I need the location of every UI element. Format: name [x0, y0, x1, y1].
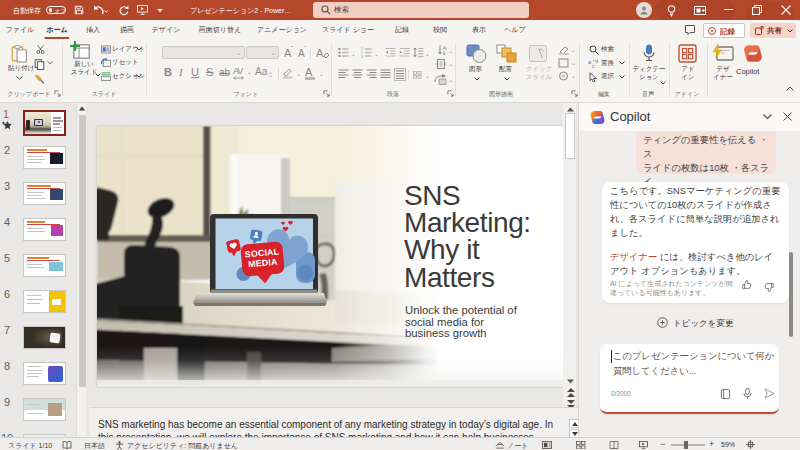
svg-text:3: 3 [361, 55, 363, 58]
svg-text:A: A [443, 45, 447, 51]
svg-text:c: c [592, 63, 595, 69]
